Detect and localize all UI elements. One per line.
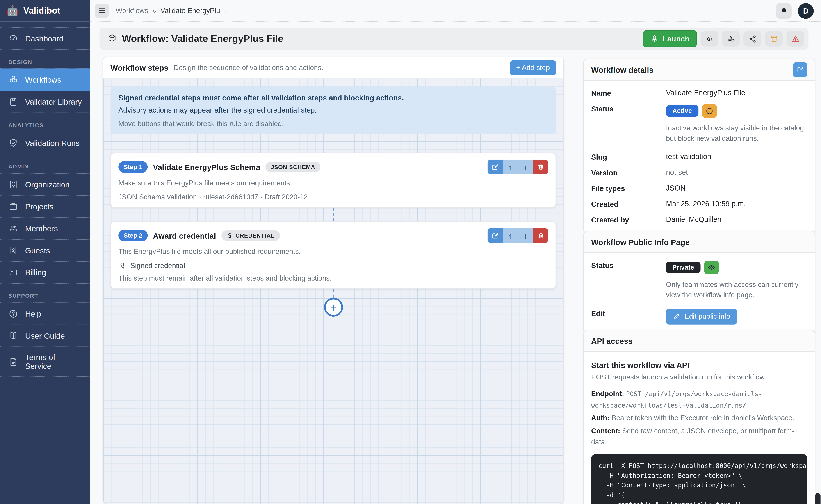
- step2-edit-button[interactable]: [488, 228, 503, 243]
- danger-zone-button[interactable]: [787, 31, 804, 47]
- sidebar-item-workflows[interactable]: Workflows: [0, 68, 90, 91]
- workflow-details-card: Workflow details Name Validate EnergyPlu…: [583, 59, 815, 233]
- launch-button[interactable]: Launch: [643, 30, 697, 47]
- step1-move-down-button[interactable]: ↓: [518, 160, 533, 174]
- sidebar-item-members[interactable]: Members: [0, 218, 90, 240]
- public-status-help: Only teammates with access can currently…: [666, 279, 807, 301]
- sidebar-item-label: Validation Runs: [25, 139, 80, 148]
- question-circle-icon: [8, 309, 18, 319]
- curl-command: curl -X POST https://localhost:8000/api/…: [598, 461, 800, 504]
- trash-icon: [537, 163, 544, 171]
- detail-row-status: Status Active Inactive workflows stay vi…: [591, 104, 807, 145]
- step1-type-badge: JSON SCHEMA: [266, 162, 320, 172]
- workflow-steps-header: Workflow steps Design the sequence of va…: [103, 57, 564, 78]
- edit-public-info-label: Edit public info: [684, 312, 730, 320]
- share-button[interactable]: [744, 31, 761, 47]
- pause-workflow-button[interactable]: [702, 104, 717, 118]
- archive-button[interactable]: [765, 31, 783, 47]
- detail-row-version: Version not set: [591, 168, 807, 177]
- step1-head: Step 1 Validate EnergyPlus Schema JSON S…: [118, 160, 548, 174]
- private-badge: Private: [666, 261, 701, 273]
- archive-icon: [769, 34, 778, 43]
- nav-spacer: [0, 22, 90, 27]
- step1-move-up-button[interactable]: ↑: [503, 160, 518, 174]
- workflow-steps-panel: Workflow steps Design the sequence of va…: [103, 57, 564, 504]
- workflow-steps-title: Workflow steps: [110, 63, 168, 72]
- name-value: Validate EnergyPlus File: [666, 89, 807, 97]
- rule-notice-line2: Advisory actions may appear after the si…: [118, 106, 548, 114]
- arrow-up-icon: ↑: [508, 163, 512, 172]
- toggle-visibility-button[interactable]: [704, 261, 719, 274]
- sidebar-item-dashboard[interactable]: Dashboard: [0, 27, 90, 50]
- auth-label: Auth:: [591, 414, 610, 422]
- breadcrumb-workflows[interactable]: Workflows: [116, 7, 148, 15]
- page-title-wrap: Workflow: Validate EnergyPlus File: [100, 33, 283, 44]
- building-icon: [8, 179, 18, 189]
- workflow-canvas: Signed credential steps must come after …: [103, 79, 564, 504]
- share-icon: [748, 34, 757, 43]
- rule-notice-line1: Signed credential steps must come after …: [118, 94, 548, 102]
- edit-details-button[interactable]: [793, 62, 807, 77]
- step2-head: Step 2 Award credential CREDENTIAL: [118, 228, 548, 243]
- edit-public-info-button[interactable]: Edit public info: [666, 309, 737, 324]
- journal-bookmark-icon: [8, 97, 18, 107]
- api-access-title: API access: [591, 336, 633, 345]
- add-step-circle-button[interactable]: +: [324, 298, 343, 317]
- public-info-title: Workflow Public Info Page: [591, 237, 690, 246]
- content-value: Send raw content, a JSON envelope, or mu…: [591, 427, 794, 446]
- sidebar-item-label: Dashboard: [25, 34, 64, 43]
- step-card-2: Step 2 Award credential CREDENTIAL: [110, 221, 556, 289]
- sidebar-item-validation-runs[interactable]: Validation Runs: [0, 132, 90, 154]
- name-label: Name: [591, 89, 666, 98]
- endpoint-label: Endpoint:: [591, 390, 624, 398]
- sidebar-item-terms-of-service[interactable]: Terms of Service: [0, 347, 90, 377]
- add-step-button[interactable]: + Add step: [510, 60, 556, 75]
- workflow-steps-subtitle: Design the sequence of validations and a…: [174, 64, 323, 72]
- step2-number-pill: Step 2: [118, 230, 148, 241]
- signed-credential-label: Signed credential: [130, 262, 185, 270]
- page-scrollbar-thumb[interactable]: [815, 493, 820, 504]
- diagram-button[interactable]: [722, 31, 740, 47]
- step1-edit-button[interactable]: [488, 160, 503, 174]
- api-content-row: Content: Send raw content, a JSON envelo…: [591, 425, 807, 448]
- detail-row-filetypes: File types JSON: [591, 184, 807, 193]
- version-label: Version: [591, 168, 666, 177]
- step-card-1: Step 1 Validate EnergyPlus Schema JSON S…: [110, 153, 556, 208]
- view-code-button[interactable]: [701, 31, 718, 47]
- public-info-header: Workflow Public Info Page: [584, 231, 815, 253]
- sidebar-item-billing[interactable]: Billing: [0, 262, 90, 284]
- pencil-square-icon: [796, 66, 804, 73]
- sidebar-item-validator-library[interactable]: Validator Library: [0, 91, 90, 113]
- sidebar-item-user-guide[interactable]: User Guide: [0, 325, 90, 347]
- sidebar-item-organization[interactable]: Organization: [0, 173, 90, 196]
- notifications-button[interactable]: [776, 3, 792, 19]
- sidebar-item-guests[interactable]: Guests: [0, 240, 90, 262]
- sidebar-item-help[interactable]: Help: [0, 302, 90, 325]
- step1-delete-button[interactable]: [533, 160, 548, 174]
- trash-icon: [537, 232, 544, 239]
- page-title: Workflow: Validate EnergyPlus File: [122, 33, 283, 44]
- rocket-icon: [651, 34, 659, 43]
- sidebar-item-label: Projects: [25, 202, 54, 211]
- user-avatar[interactable]: D: [798, 3, 814, 19]
- sidebar-toggle-button[interactable]: [95, 4, 109, 18]
- step2-move-down-button[interactable]: ↓: [518, 228, 533, 243]
- sidebar-item-label: Help: [25, 309, 41, 318]
- sidebar-item-projects[interactable]: Projects: [0, 196, 90, 218]
- award-icon: [226, 232, 233, 239]
- brand: 🤖 Validibot: [0, 0, 90, 22]
- step2-signed-credential: Signed credential: [118, 262, 548, 270]
- step2-move-up-button[interactable]: ↑: [503, 228, 518, 243]
- status-label: Status: [591, 104, 666, 113]
- createdby-value: Daniel McQuillen: [666, 215, 807, 223]
- public-status-label: Status: [591, 261, 666, 270]
- status-badge: Active: [666, 105, 698, 117]
- curl-code-block[interactable]: curl -X POST https://localhost:8000/api/…: [591, 454, 807, 504]
- sidebar-item-label: Members: [25, 224, 58, 233]
- detail-row-name: Name Validate EnergyPlus File: [591, 89, 807, 98]
- step1-title: Validate EnergyPlus Schema: [153, 163, 260, 172]
- warning-triangle-icon: [791, 34, 800, 43]
- content-label: Content:: [591, 427, 620, 435]
- filetypes-value: JSON: [666, 184, 807, 192]
- step2-delete-button[interactable]: [533, 228, 548, 243]
